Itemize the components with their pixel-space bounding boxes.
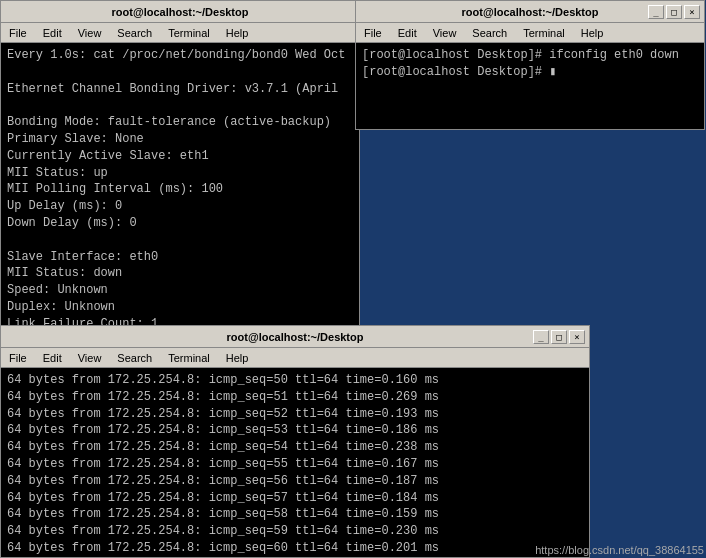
title-bar-2: root@localhost:~/Desktop _ □ × <box>356 1 704 23</box>
menubar-2[interactable]: File Edit View Search Terminal Help <box>356 23 704 43</box>
menu-view-2[interactable]: View <box>429 25 461 41</box>
menu-view-3[interactable]: View <box>74 350 106 366</box>
terminal-content-1: Every 1.0s: cat /proc/net/bonding/bond0 … <box>1 43 359 329</box>
window-controls-2[interactable]: _ □ × <box>648 5 700 19</box>
window-controls-3[interactable]: _ □ × <box>533 330 585 344</box>
title-bar-1: root@localhost:~/Desktop <box>1 1 359 23</box>
menu-file-1[interactable]: File <box>5 25 31 41</box>
title-3: root@localhost:~/Desktop <box>227 331 364 343</box>
menu-edit-1[interactable]: Edit <box>39 25 66 41</box>
terminal-window-2[interactable]: root@localhost:~/Desktop _ □ × File Edit… <box>355 0 705 130</box>
menu-search-1[interactable]: Search <box>113 25 156 41</box>
terminal-window-1[interactable]: root@localhost:~/Desktop File Edit View … <box>0 0 360 330</box>
menu-file-2[interactable]: File <box>360 25 386 41</box>
close-button-3[interactable]: × <box>569 330 585 344</box>
minimize-button-3[interactable]: _ <box>533 330 549 344</box>
terminal-content-2: [root@localhost Desktop]# ifconfig eth0 … <box>356 43 704 129</box>
menu-help-3[interactable]: Help <box>222 350 253 366</box>
menu-view-1[interactable]: View <box>74 25 106 41</box>
menu-help-1[interactable]: Help <box>222 25 253 41</box>
terminal-window-3[interactable]: root@localhost:~/Desktop _ □ × File Edit… <box>0 325 590 558</box>
menubar-3[interactable]: File Edit View Search Terminal Help <box>1 348 589 368</box>
menu-edit-3[interactable]: Edit <box>39 350 66 366</box>
title-bar-3: root@localhost:~/Desktop _ □ × <box>1 326 589 348</box>
menu-terminal-2[interactable]: Terminal <box>519 25 569 41</box>
menu-terminal-3[interactable]: Terminal <box>164 350 214 366</box>
maximize-button-2[interactable]: □ <box>666 5 682 19</box>
close-button-2[interactable]: × <box>684 5 700 19</box>
maximize-button-3[interactable]: □ <box>551 330 567 344</box>
menu-edit-2[interactable]: Edit <box>394 25 421 41</box>
terminal-content-3: 64 bytes from 172.25.254.8: icmp_seq=50 … <box>1 368 589 557</box>
menu-terminal-1[interactable]: Terminal <box>164 25 214 41</box>
title-1: root@localhost:~/Desktop <box>112 6 249 18</box>
menu-search-3[interactable]: Search <box>113 350 156 366</box>
title-2: root@localhost:~/Desktop <box>462 6 599 18</box>
menubar-1[interactable]: File Edit View Search Terminal Help <box>1 23 359 43</box>
menu-search-2[interactable]: Search <box>468 25 511 41</box>
watermark: https://blog.csdn.net/qq_38864155 <box>535 544 704 556</box>
menu-file-3[interactable]: File <box>5 350 31 366</box>
menu-help-2[interactable]: Help <box>577 25 608 41</box>
minimize-button-2[interactable]: _ <box>648 5 664 19</box>
